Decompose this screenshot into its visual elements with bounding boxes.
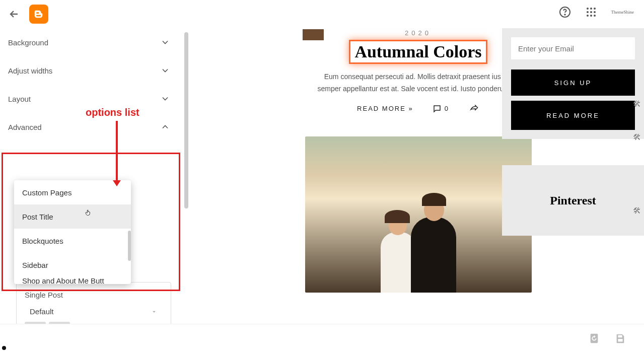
chevron-down-icon	[151, 308, 158, 315]
section-advanced[interactable]: Advanced	[8, 113, 182, 141]
dropdown-item-blockquotes[interactable]: Blockquotes	[14, 229, 131, 253]
svg-point-2	[587, 8, 589, 10]
svg-point-10	[594, 15, 596, 17]
settings-sidebar: Background Adjust widths Layout Advanced…	[0, 28, 182, 321]
svg-point-3	[590, 8, 592, 10]
advanced-options-dropdown[interactable]: Custom Pages Post Title Blockquotes Side…	[14, 180, 131, 284]
main: Background Adjust widths Layout Advanced…	[0, 28, 644, 321]
svg-point-1	[564, 14, 565, 15]
comment-count: 0	[445, 105, 449, 112]
topbar: ThemeShine	[0, 0, 644, 28]
section-label: Adjust widths	[8, 66, 52, 75]
pinterest-title: Pinterest	[550, 194, 596, 207]
signup-button[interactable]: SIGN UP	[511, 69, 635, 96]
preview-panel: 2020 Autumnal Colors Eum consequat perse…	[192, 28, 644, 321]
svg-point-9	[590, 15, 592, 17]
chevron-down-icon	[160, 37, 170, 47]
svg-point-4	[594, 8, 596, 10]
save-icon[interactable]	[615, 333, 626, 344]
svg-point-6	[590, 11, 592, 13]
single-post-select[interactable]: Default	[25, 307, 163, 316]
email-signup-widget: SIGN UP 🛠 READ MORE 🛠	[502, 28, 644, 139]
back-arrow-icon[interactable]	[8, 8, 20, 20]
single-post-label: Single Post	[25, 291, 163, 299]
dropdown-item-post-title[interactable]: Post Title	[14, 204, 131, 229]
dropdown-scrollbar[interactable]	[128, 231, 131, 261]
section-label: Layout	[8, 95, 31, 103]
preview-scrollbar-area	[185, 28, 192, 321]
post-featured-image	[305, 136, 532, 293]
section-label: Background	[8, 38, 48, 47]
comment-icon	[433, 104, 442, 113]
section-label: Advanced	[8, 123, 42, 131]
wrench-icon[interactable]: 🛠	[633, 133, 641, 142]
pinterest-widget: Pinterest 🛠	[502, 165, 644, 236]
chevron-up-icon	[160, 122, 170, 132]
help-icon[interactable]	[559, 6, 571, 18]
dropdown-item-custom-pages[interactable]: Custom Pages	[14, 180, 131, 204]
section-adjust-widths[interactable]: Adjust widths	[8, 56, 182, 85]
post-excerpt: Eum consequat persecuti ad. Mollis detra…	[313, 71, 524, 95]
comments-link[interactable]: 0	[433, 104, 449, 113]
svg-point-8	[587, 15, 589, 17]
section-background[interactable]: Background	[8, 28, 182, 56]
dropdown-item-sidebar[interactable]: Sidebar	[14, 253, 131, 277]
wrench-icon[interactable]: 🛠	[633, 100, 641, 109]
image-figure	[411, 217, 456, 293]
blogger-logo[interactable]	[29, 5, 48, 24]
dropdown-item-shop-about[interactable]: Shop and About Me Butt	[14, 277, 131, 284]
cursor-hand-icon	[85, 208, 92, 217]
wrench-icon[interactable]: 🛠	[633, 206, 641, 216]
preview-sidebar: SIGN UP 🛠 READ MORE 🛠 Pinterest 🛠	[502, 28, 644, 236]
email-field[interactable]	[511, 37, 635, 59]
bottom-toolbar	[0, 324, 644, 352]
svg-point-5	[587, 11, 589, 13]
select-value: Default	[30, 307, 54, 316]
share-icon[interactable]	[468, 104, 479, 113]
post-title[interactable]: Autumnal Colors	[349, 40, 487, 64]
chevron-down-icon	[160, 94, 170, 104]
chevron-down-icon	[160, 65, 170, 76]
apps-grid-icon[interactable]	[585, 6, 597, 18]
post-thumb-left	[303, 29, 324, 40]
svg-point-7	[594, 11, 596, 13]
revert-icon[interactable]	[589, 333, 600, 344]
status-dot	[2, 346, 6, 350]
readmore-button[interactable]: READ MORE	[511, 101, 635, 130]
theme-name: ThemeShine	[611, 10, 634, 15]
topbar-actions: ThemeShine	[559, 6, 634, 18]
section-layout[interactable]: Layout	[8, 85, 182, 113]
read-more-link[interactable]: READ MORE »	[357, 105, 413, 112]
